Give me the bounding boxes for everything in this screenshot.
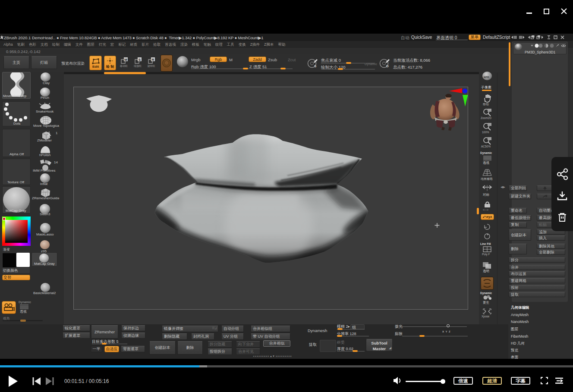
svg-text:M: M: [124, 58, 127, 62]
svg-text:D: D: [386, 64, 389, 68]
svg-text:R: R: [152, 58, 154, 62]
svg-text:S: S: [314, 64, 317, 68]
svg-text:S: S: [138, 58, 141, 62]
